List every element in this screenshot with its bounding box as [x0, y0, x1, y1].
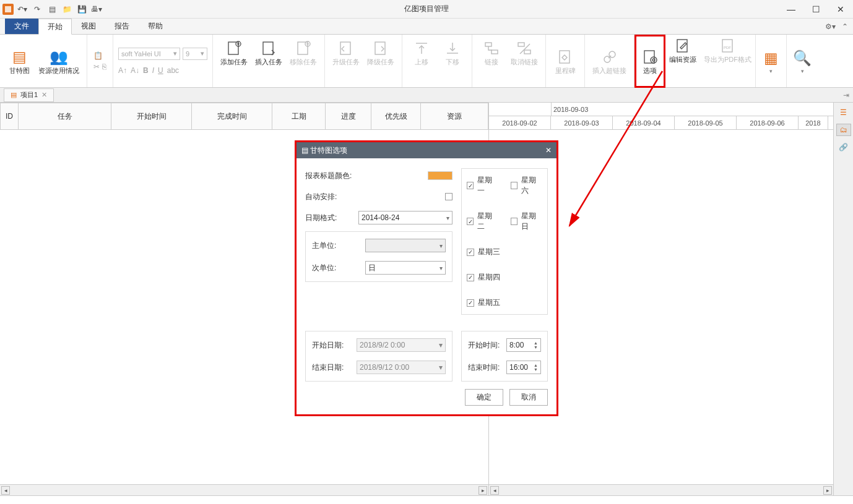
table-hscroll[interactable]: ◂ ▸ [0, 484, 488, 495]
menu-help[interactable]: 帮助 [139, 19, 172, 34]
settings-icon[interactable]: ⚙▾ [825, 22, 836, 31]
menu-report[interactable]: 报告 [105, 19, 139, 34]
upgrade-task-button[interactable]: 升级任务 [329, 37, 363, 67]
print-icon[interactable]: 🖶▾ [90, 3, 103, 15]
resource-usage-button[interactable]: 👥 资源使用情况 [35, 46, 83, 76]
ribbon-extra2-button[interactable]: 🔍▾ [787, 47, 818, 75]
copy-icon[interactable]: ⎘ [102, 62, 106, 71]
ribbon-extra1-button[interactable]: ▦▾ [756, 47, 787, 75]
minimize-button[interactable]: — [779, 0, 803, 19]
hyperlink-button[interactable]: 插入超链接 [589, 46, 630, 76]
downgrade-task-button[interactable]: 降级任务 [363, 37, 398, 67]
weekday-fri[interactable]: ✓星期五 [467, 297, 500, 308]
options-button[interactable]: 选项 [634, 35, 665, 88]
minor-unit-combo[interactable]: 日▾ [365, 261, 446, 275]
date-cell[interactable]: 2018-09-04 [613, 116, 675, 129]
dialog-close-icon[interactable]: ✕ [545, 146, 552, 155]
scroll-right-icon[interactable]: ▸ [478, 486, 487, 495]
move-down-button[interactable]: 下移 [437, 37, 468, 67]
col-duration[interactable]: 工期 [272, 103, 326, 130]
auto-arrange-checkbox[interactable] [445, 193, 452, 200]
chevron-down-icon: ▾ [446, 215, 449, 221]
pin-icon[interactable]: ⇥ [843, 91, 849, 100]
gantt-button[interactable]: ▤ 甘特图 [4, 46, 35, 76]
col-start[interactable]: 开始时间 [111, 103, 192, 130]
dialog-titlebar[interactable]: ▤ 甘特图选项 ✕ [297, 142, 556, 158]
date-cell[interactable]: 2018-09-06 [737, 116, 799, 129]
redo-icon[interactable]: ↷ [31, 3, 43, 15]
dialog-icon: ▤ [301, 146, 308, 155]
open-icon[interactable]: 📁 [61, 3, 73, 15]
sidetool-1[interactable]: ☰ [836, 106, 851, 119]
milestone-button[interactable]: 里程碑 [550, 46, 581, 76]
end-date-input[interactable]: 2018/9/12 0:00▾ [357, 361, 446, 374]
menu-start[interactable]: 开始 [38, 19, 72, 35]
bold-icon[interactable]: B [143, 66, 149, 75]
doc-tab-1[interactable]: ▤ 项目1 ✕ [4, 88, 54, 102]
export-pdf-button[interactable]: PDF导出为PDF格式 [700, 35, 755, 65]
maximize-button[interactable]: ☐ [803, 0, 828, 19]
date-cell[interactable]: 2018-09-05 [675, 116, 737, 129]
unlink-button[interactable]: 取消链接 [507, 37, 542, 67]
sidetool-3[interactable]: 🔗 [836, 141, 851, 153]
sidetool-2[interactable]: 🗂 [836, 124, 851, 136]
date-cell[interactable]: 2018-09-02 [489, 116, 551, 129]
start-date-input[interactable]: 2018/9/2 0:00▾ [357, 338, 446, 352]
font-size-combo[interactable]: 9▾ [183, 48, 207, 60]
close-button[interactable]: ✕ [828, 0, 853, 19]
col-end[interactable]: 完成时间 [192, 103, 272, 130]
add-task-button[interactable]: 添加任务 [217, 37, 251, 67]
chevron-down-icon: ▾ [439, 265, 443, 271]
menu-view[interactable]: 视图 [72, 19, 105, 34]
gantt-hscroll[interactable]: ◂ ▸ [489, 484, 833, 495]
scroll-left-icon[interactable]: ◂ [1, 486, 10, 495]
col-resource[interactable]: 资源 [421, 103, 488, 130]
font-name-combo[interactable]: soft YaHei UI▾ [118, 48, 180, 60]
weekday-sun[interactable]: 星期日 [511, 211, 542, 232]
undo-icon[interactable]: ↶▾ [16, 3, 28, 15]
spinner-arrows-icon: ▲▼ [534, 363, 538, 372]
titlebar: ↶▾ ↷ ▤ 📁 💾 🖶▾ 亿图项目管理 — ☐ ✕ [0, 0, 853, 19]
cut-icon[interactable]: ✂ [93, 62, 100, 71]
paste-icon[interactable]: 📋 [93, 51, 106, 60]
col-progress[interactable]: 进度 [326, 103, 371, 130]
italic-icon[interactable]: I [152, 66, 154, 75]
weekday-tue[interactable]: ✓星期二 [467, 211, 498, 232]
date-format-combo[interactable]: 2014-08-24▾ [358, 211, 452, 224]
insert-task-button[interactable]: 插入任务 [251, 37, 286, 67]
end-time-spinner[interactable]: 16:00▲▼ [506, 361, 541, 374]
collapse-ribbon-icon[interactable]: ⌃ [842, 22, 848, 31]
weekday-thu[interactable]: ✓星期四 [467, 272, 500, 283]
edit-resource-button[interactable]: 编辑资源 [665, 35, 700, 65]
cancel-button[interactable]: 取消 [509, 389, 548, 406]
ribbon-group-hyperlink: 插入超链接 [585, 35, 634, 87]
new-icon[interactable]: ▤ [46, 3, 58, 15]
weekday-mon[interactable]: ✓星期一 [467, 175, 498, 196]
major-unit-combo[interactable]: ▾ [365, 239, 446, 252]
underline-icon[interactable]: U [158, 66, 163, 75]
col-task[interactable]: 任务 [19, 103, 111, 130]
ok-button[interactable]: 确定 [465, 389, 503, 406]
scroll-right-icon[interactable]: ▸ [823, 486, 832, 495]
weekday-wed[interactable]: ✓星期三 [467, 247, 500, 257]
save-icon[interactable]: 💾 [76, 3, 88, 15]
strike-icon[interactable]: abc [167, 66, 179, 75]
start-time-spinner[interactable]: 8:00▲▼ [506, 338, 541, 352]
header-color-swatch[interactable] [428, 171, 452, 180]
col-priority[interactable]: 优先级 [371, 103, 421, 130]
options-icon [642, 47, 658, 67]
close-tab-icon[interactable]: ✕ [41, 91, 47, 99]
date-cell[interactable]: 2018-09-03 [551, 116, 613, 129]
move-up-button[interactable]: 上移 [406, 37, 437, 67]
svg-rect-15 [485, 43, 491, 46]
weekday-sat[interactable]: 星期六 [511, 175, 542, 196]
col-id[interactable]: ID [0, 103, 19, 130]
remove-task-button[interactable]: 移除任务 [286, 37, 321, 67]
app-icon[interactable] [2, 4, 14, 15]
font-shrink-icon[interactable]: A↓ [131, 66, 139, 75]
font-grow-icon[interactable]: A↑ [118, 66, 127, 75]
link-button[interactable]: 链接 [476, 37, 507, 67]
scroll-left-icon[interactable]: ◂ [490, 486, 499, 495]
date-cell[interactable]: 2018 [799, 116, 828, 129]
menu-file[interactable]: 文件 [5, 19, 38, 34]
